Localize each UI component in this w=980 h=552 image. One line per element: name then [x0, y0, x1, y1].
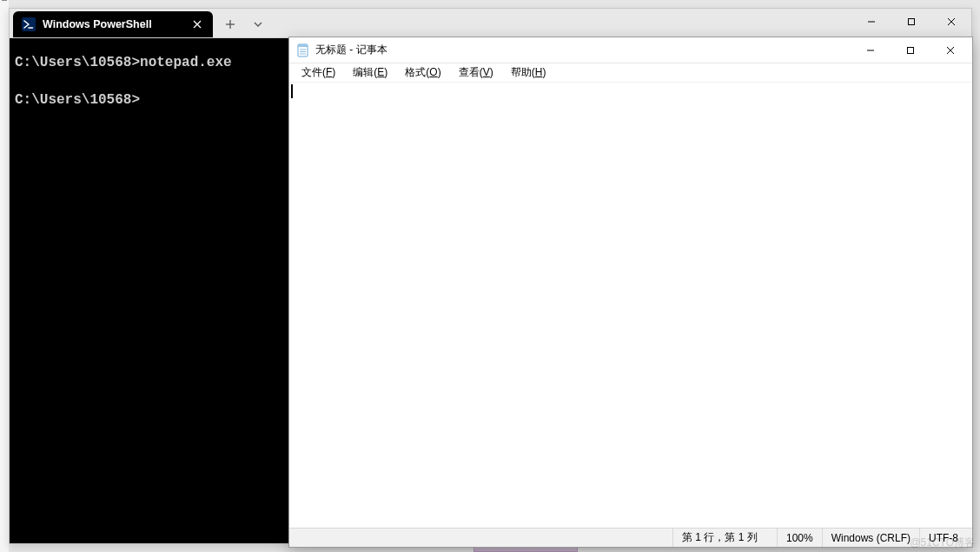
menu-view-label: 查看 [459, 66, 480, 78]
terminal-command: notepad.exe [140, 55, 232, 70]
svg-rect-7 [909, 19, 915, 25]
notepad-titlebar[interactable]: 无标题 - 记事本 [289, 37, 972, 63]
notepad-statusbar: 第 1 行，第 1 列 100% Windows (CRLF) UTF-8 [289, 528, 972, 547]
menu-file[interactable]: 文件(F) [293, 63, 344, 82]
statusbar-cursor-position: 第 1 行，第 1 列 [673, 529, 778, 547]
statusbar-encoding: UTF-8 [920, 529, 972, 547]
terminal-maximize-button[interactable] [891, 9, 931, 35]
terminal-tab-active[interactable]: Windows PowerShell [13, 11, 213, 37]
statusbar-spacer [289, 529, 673, 547]
svg-rect-16 [908, 47, 914, 53]
notepad-window-controls [851, 37, 970, 63]
terminal-tab-dropdown-button[interactable] [244, 11, 272, 37]
menu-format-mn: O [429, 66, 437, 78]
terminal-titlebar[interactable]: Windows PowerShell [10, 9, 971, 38]
statusbar-zoom: 100% [778, 529, 823, 547]
notepad-maximize-button[interactable] [891, 37, 930, 63]
menu-file-label: 文件 [301, 66, 322, 78]
menu-edit-mn: E [377, 66, 384, 78]
terminal-prompt: C:\Users\10568> [15, 92, 140, 108]
menu-file-mn: F [326, 66, 332, 78]
text-caret [291, 84, 293, 98]
notepad-window: 无标题 - 记事本 文件(F) 编辑(E) 格式(O) 查看(V) 帮助(H) … [288, 37, 973, 548]
menu-format-label: 格式 [405, 66, 426, 78]
powershell-icon [22, 17, 36, 31]
svg-rect-11 [298, 44, 308, 47]
notepad-menubar: 文件(F) 编辑(E) 格式(O) 查看(V) 帮助(H) [289, 63, 972, 83]
notepad-icon [296, 43, 310, 57]
terminal-new-tab-button[interactable] [216, 11, 244, 37]
notepad-close-button[interactable] [930, 37, 970, 63]
terminal-window-controls [851, 9, 971, 35]
menu-edit[interactable]: 编辑(E) [344, 63, 396, 82]
statusbar-line-ending: Windows (CRLF) [823, 529, 920, 547]
background-left-strip [0, 0, 9, 552]
menu-help-mn: H [535, 66, 543, 78]
terminal-prompt: C:\Users\10568> [15, 55, 140, 70]
menu-format[interactable]: 格式(O) [396, 63, 449, 82]
menu-help-label: 帮助 [511, 66, 532, 78]
terminal-minimize-button[interactable] [851, 9, 891, 35]
terminal-tabstrip: Windows PowerShell [10, 9, 272, 37]
notepad-title: 无标题 - 记事本 [315, 43, 851, 57]
terminal-close-button[interactable] [931, 9, 971, 35]
menu-view[interactable]: 查看(V) [450, 63, 502, 82]
terminal-tab-close-button[interactable] [190, 17, 204, 31]
terminal-tab-title: Windows PowerShell [43, 18, 190, 30]
notepad-minimize-button[interactable] [851, 37, 891, 63]
notepad-editor[interactable] [289, 83, 972, 528]
menu-help[interactable]: 帮助(H) [502, 63, 555, 82]
menu-view-mn: V [483, 66, 490, 78]
menu-edit-label: 编辑 [353, 66, 374, 78]
